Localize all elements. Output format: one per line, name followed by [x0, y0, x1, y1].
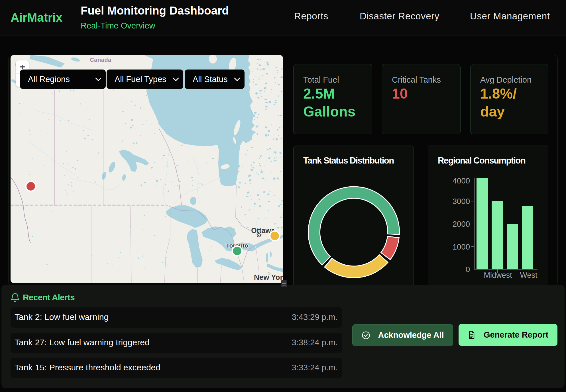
svg-text:West: West: [520, 271, 538, 279]
svg-text:Midwest: Midwest: [484, 271, 512, 279]
svg-text:2000: 2000: [453, 220, 470, 228]
svg-text:1000: 1000: [453, 242, 470, 251]
svg-text:4000: 4000: [453, 176, 470, 185]
svg-text:0: 0: [466, 265, 470, 274]
svg-text:3000: 3000: [453, 197, 470, 206]
svg-text:Canada: Canada: [90, 57, 111, 63]
